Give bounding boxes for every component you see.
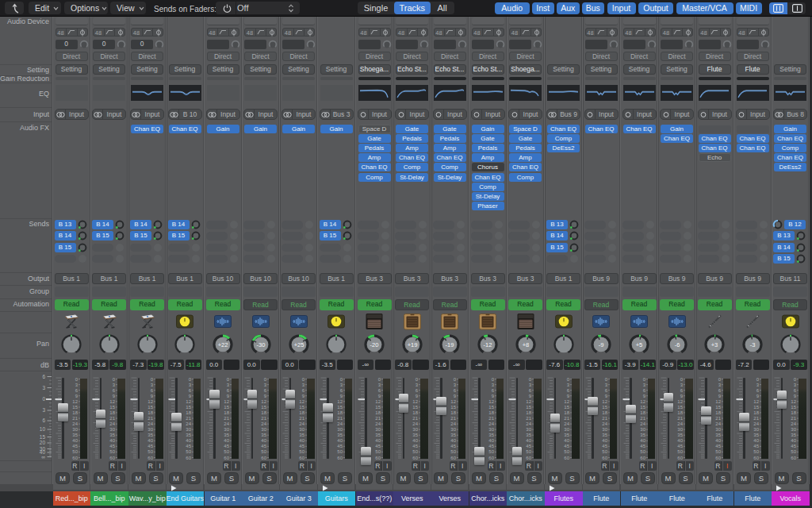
svg-text:35: 35 <box>412 433 418 437</box>
svg-text:30: 30 <box>109 427 115 432</box>
svg-text:9: 9 <box>794 394 797 398</box>
svg-text:60: 60 <box>677 456 683 460</box>
svg-text:18: 18 <box>147 410 153 415</box>
svg-text:9: 9 <box>302 394 305 398</box>
svg-text:9: 9 <box>339 394 343 398</box>
svg-text:30: 30 <box>72 427 78 432</box>
svg-text:18: 18 <box>753 410 759 415</box>
svg-text:3: 3 <box>642 383 645 387</box>
svg-text:9: 9 <box>642 394 645 398</box>
svg-text:0: 0 <box>794 377 797 382</box>
svg-text:9: 9 <box>113 394 116 398</box>
svg-text:30: 30 <box>753 427 759 432</box>
svg-text:60: 60 <box>337 456 343 460</box>
svg-text:24: 24 <box>412 421 418 426</box>
svg-text:6: 6 <box>113 388 116 393</box>
svg-text:3: 3 <box>756 383 759 387</box>
svg-text:3: 3 <box>529 383 532 387</box>
svg-text:35: 35 <box>261 433 266 437</box>
svg-text:50: 50 <box>677 449 683 454</box>
svg-text:40: 40 <box>261 438 266 443</box>
svg-text:40: 40 <box>375 438 381 443</box>
svg-text:6: 6 <box>604 388 607 393</box>
svg-text:45: 45 <box>526 444 531 448</box>
svg-text:50: 50 <box>450 449 456 454</box>
svg-text:18: 18 <box>564 410 569 415</box>
svg-text:21: 21 <box>488 416 494 421</box>
svg-text:45: 45 <box>488 444 494 448</box>
svg-text:40: 40 <box>753 438 759 443</box>
svg-text:6: 6 <box>453 388 456 393</box>
svg-text:0: 0 <box>453 377 456 382</box>
svg-text:3: 3 <box>567 383 570 387</box>
svg-text:21: 21 <box>715 416 721 421</box>
svg-text:12: 12 <box>526 399 531 404</box>
svg-text:21: 21 <box>186 416 191 421</box>
svg-text:15: 15 <box>109 405 115 410</box>
svg-text:30: 30 <box>488 427 494 432</box>
svg-text:6: 6 <box>75 388 78 393</box>
svg-text:12: 12 <box>715 399 721 404</box>
svg-text:35: 35 <box>147 433 153 437</box>
svg-text:12: 12 <box>299 399 304 404</box>
svg-text:3: 3 <box>264 383 267 387</box>
svg-text:35: 35 <box>488 433 494 437</box>
svg-text:45: 45 <box>412 444 418 448</box>
svg-text:0: 0 <box>302 377 305 382</box>
svg-text:0: 0 <box>718 377 721 382</box>
svg-text:24: 24 <box>147 421 153 426</box>
svg-text:60: 60 <box>186 456 191 460</box>
svg-text:+22: +22 <box>218 341 228 348</box>
svg-text:35: 35 <box>602 433 607 437</box>
svg-text:18: 18 <box>640 410 645 415</box>
svg-text:-9: -9 <box>599 341 604 348</box>
svg-text:6: 6 <box>794 388 797 393</box>
svg-text:60: 60 <box>488 456 494 460</box>
svg-text:40: 40 <box>526 438 531 443</box>
svg-text:30: 30 <box>337 427 343 432</box>
svg-text:45: 45 <box>261 444 266 448</box>
svg-text:12: 12 <box>72 399 78 404</box>
svg-text:35: 35 <box>337 433 343 437</box>
svg-text:50: 50 <box>299 449 304 454</box>
svg-text:50: 50 <box>224 449 229 454</box>
svg-text:9: 9 <box>529 394 532 398</box>
svg-text:35: 35 <box>753 433 759 437</box>
svg-text:30: 30 <box>791 427 796 432</box>
svg-text:18: 18 <box>261 410 266 415</box>
svg-text:9: 9 <box>416 394 419 398</box>
svg-text:3: 3 <box>302 383 305 387</box>
svg-text:21: 21 <box>677 416 683 421</box>
svg-text:40: 40 <box>186 438 191 443</box>
svg-text:50: 50 <box>526 449 531 454</box>
svg-text:6: 6 <box>302 388 305 393</box>
svg-text:-30: -30 <box>256 341 265 348</box>
svg-text:18: 18 <box>791 410 796 415</box>
svg-text:60: 60 <box>564 456 569 460</box>
svg-text:3: 3 <box>42 407 45 413</box>
svg-text:35: 35 <box>299 433 304 437</box>
svg-text:15: 15 <box>224 405 229 410</box>
svg-text:40: 40 <box>450 438 456 443</box>
svg-text:15: 15 <box>72 405 78 410</box>
svg-text:21: 21 <box>147 416 153 421</box>
svg-text:0: 0 <box>642 377 645 382</box>
svg-text:15: 15 <box>40 434 46 440</box>
svg-text:24: 24 <box>299 421 304 426</box>
svg-text:3: 3 <box>453 383 456 387</box>
svg-text:21: 21 <box>337 416 343 421</box>
svg-text:15: 15 <box>715 405 721 410</box>
svg-text:3: 3 <box>75 383 78 387</box>
svg-text:0: 0 <box>377 377 381 382</box>
svg-text:24: 24 <box>375 421 381 426</box>
svg-text:9: 9 <box>453 394 456 398</box>
svg-text:0: 0 <box>113 377 116 382</box>
svg-text:18: 18 <box>602 410 607 415</box>
svg-text:50: 50 <box>564 449 569 454</box>
svg-text:18: 18 <box>488 410 494 415</box>
svg-text:3: 3 <box>794 383 797 387</box>
svg-text:60: 60 <box>715 456 721 460</box>
svg-text:9: 9 <box>491 394 494 398</box>
svg-text:24: 24 <box>526 421 531 426</box>
svg-text:35: 35 <box>791 433 796 437</box>
